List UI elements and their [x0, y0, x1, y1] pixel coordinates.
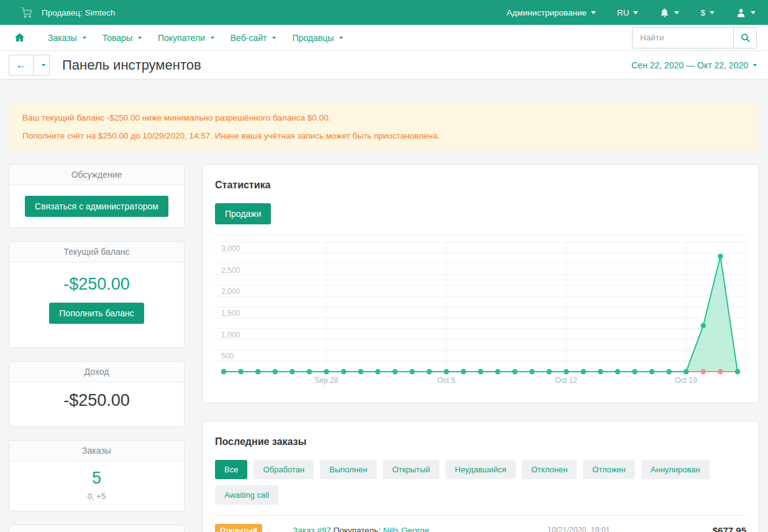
filter-pill-7[interactable]: Аннулирован — [641, 460, 710, 479]
main-column: Статистика Продажи 5001,0001,5002,0002,5… — [202, 164, 759, 532]
chevron-down-icon — [633, 11, 638, 14]
chevron-down-icon — [751, 11, 756, 14]
search-button[interactable] — [733, 28, 756, 48]
search-icon — [740, 32, 751, 43]
vendor-label: Продавец: Simtech — [42, 8, 115, 17]
filter-pill-6[interactable]: Отложен — [583, 460, 635, 479]
order-list: ОткрытыйЗаказ #97 Покупатель: Nills Geor… — [215, 515, 746, 532]
svg-text:500: 500 — [221, 352, 234, 360]
recent-orders-title: Последние заказы — [215, 436, 746, 447]
filter-pill-4[interactable]: Неудавшийся — [446, 460, 516, 479]
order-total: $677.95 — [678, 525, 746, 532]
nav-menu-1[interactable]: Товары — [103, 33, 142, 43]
sales-chart[interactable]: 5001,0001,5002,0002,5003,000Sep 28Oct 5O… — [215, 239, 746, 388]
cart-icon[interactable] — [21, 6, 33, 19]
content-area: Ваш текущий баланс -$250.00 ниже минимал… — [0, 103, 768, 532]
nav-items: ЗаказыТоварыПокупателиВеб-сайтПродавцы — [32, 33, 343, 43]
alert-line-2: Пополните счёт на $250.00 до 10/29/2020,… — [22, 131, 746, 140]
svg-text:2,000: 2,000 — [221, 287, 240, 296]
filter-pill-3[interactable]: Открытый — [383, 460, 439, 479]
svg-text:1,000: 1,000 — [221, 331, 240, 339]
income-title: Доход — [9, 362, 184, 382]
top-up-balance-button[interactable]: Пополнить баланс — [49, 303, 144, 324]
sales-tab-button[interactable]: Продажи — [215, 203, 271, 224]
discussion-card-title: Обсуждение — [9, 165, 184, 185]
filter-pill-5[interactable]: Отклонен — [522, 460, 577, 479]
chevron-down-icon — [272, 37, 276, 39]
back-split-button: ← — [9, 55, 50, 76]
svg-text:Oct 12: Oct 12 — [555, 376, 578, 385]
alert-line-1: Ваш текущий баланс -$250.00 ниже минимал… — [22, 113, 746, 122]
svg-text:Oct 19: Oct 19 — [675, 376, 698, 385]
sales-title: Продажи — [9, 525, 184, 532]
customer-link[interactable]: Nills George — [383, 526, 429, 532]
order-info: Заказ #97 Покупатель: Nills George — [293, 526, 547, 532]
order-status-filters: ВсеОбработанВыполненОткрытыйНеудавшийсяО… — [215, 460, 746, 505]
order-date: 10/21/2020, 19:01 — [547, 526, 678, 532]
order-status-badge: Открытый — [215, 524, 293, 532]
nav-menu-0[interactable]: Заказы — [48, 33, 86, 43]
svg-text:2,500: 2,500 — [221, 266, 240, 275]
nav-menu-2[interactable]: Покупатели — [158, 33, 214, 43]
income-value: -$250.00 — [17, 391, 176, 410]
svg-text:3,000: 3,000 — [221, 244, 240, 253]
chevron-down-icon — [42, 64, 45, 66]
contact-admin-button[interactable]: Связаться с администратором — [25, 196, 168, 217]
page-title: Панель инструментов — [62, 57, 201, 73]
back-button[interactable]: ← — [9, 55, 33, 75]
language-menu[interactable]: RU — [617, 8, 639, 17]
back-dropdown-button[interactable] — [33, 55, 49, 75]
customer-label: Покупатель: — [333, 526, 380, 532]
statistics-title: Статистика — [215, 180, 746, 191]
table-row: ОткрытыйЗаказ #97 Покупатель: Nills Geor… — [215, 515, 746, 532]
bell-icon — [659, 7, 670, 18]
admin-menu[interactable]: Администрирование — [506, 8, 596, 17]
statistics-panel: Статистика Продажи 5001,0001,5002,0002,5… — [202, 164, 759, 403]
orders-card: Заказы 5 0, +5 — [9, 440, 185, 511]
search-input[interactable] — [633, 28, 733, 48]
page-header: ← Панель инструментов Сен 22, 2020 — Окт… — [0, 51, 768, 80]
filter-pill-8[interactable]: Awaiting call — [215, 485, 278, 505]
main-nav: ЗаказыТоварыПокупателиВеб-сайтПродавцы — [0, 25, 768, 51]
account-menu[interactable] — [736, 7, 756, 18]
chevron-down-icon — [710, 11, 715, 14]
filter-pill-2[interactable]: Выполнен — [320, 460, 377, 479]
chevron-down-icon — [339, 37, 343, 39]
chevron-down-icon — [753, 64, 757, 66]
chevron-down-icon — [211, 37, 214, 39]
sales-card: Продажи $3,746.89 $0.00 , +∞% — [9, 525, 185, 532]
current-balance-value: -$250.00 — [17, 275, 176, 294]
currency-menu[interactable]: $ — [700, 8, 715, 17]
orders-title: Заказы — [9, 441, 184, 461]
svg-text:Sep 28: Sep 28 — [314, 376, 338, 385]
chevron-down-icon — [591, 11, 596, 14]
order-link[interactable]: Заказ #97 — [293, 526, 331, 532]
current-balance-card: Текущий баланс -$250.00 Пополнить баланс — [9, 241, 185, 348]
home-icon[interactable] — [14, 32, 25, 44]
top-bar: Продавец: Simtech Администрирование RU $ — [0, 0, 768, 25]
user-icon — [736, 7, 746, 18]
svg-text:1,500: 1,500 — [221, 309, 240, 318]
chevron-down-icon — [83, 37, 86, 39]
sidebar: Обсуждение Связаться с администратором Т… — [9, 164, 185, 532]
chevron-down-icon — [674, 11, 679, 14]
balance-warning-alert: Ваш текущий баланс -$250.00 ниже минимал… — [9, 103, 759, 151]
filter-pill-1[interactable]: Обработан — [254, 460, 314, 479]
nav-menu-4[interactable]: Продавцы — [292, 33, 343, 43]
recent-orders-panel: Последние заказы ВсеОбработанВыполненОтк… — [202, 421, 759, 532]
current-balance-title: Текущий баланс — [9, 242, 184, 262]
discussion-card: Обсуждение Связаться с администратором — [9, 164, 185, 228]
nav-menu-3[interactable]: Веб-сайт — [231, 33, 277, 43]
svg-text:Oct 5: Oct 5 — [437, 376, 455, 385]
income-card: Доход -$250.00 — [9, 361, 185, 427]
notifications-menu[interactable] — [659, 7, 679, 18]
orders-subtext: 0, +5 — [17, 492, 176, 501]
filter-pill-0[interactable]: Все — [215, 460, 247, 479]
orders-count: 5 — [17, 469, 176, 488]
chevron-down-icon — [138, 37, 142, 39]
date-range-selector[interactable]: Сен 22, 2020 — Окт 22, 2020 — [631, 60, 757, 70]
search-box — [632, 27, 757, 48]
